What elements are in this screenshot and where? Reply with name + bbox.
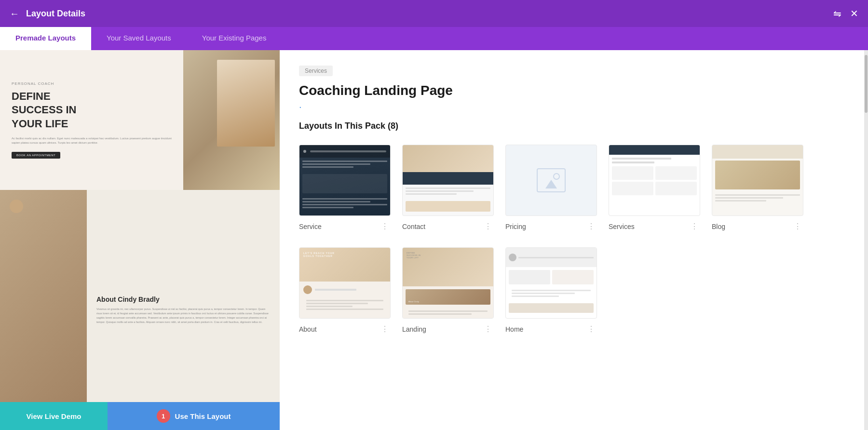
layouts-row-2: LET'S REACH YOURGOALS TOGETHER [299,247,845,335]
layout-label-row-landing: Landing ⋮ [402,323,494,335]
layout-card-service[interactable]: Service ⋮ [299,145,391,232]
preview-right-image [183,50,280,190]
tab-premade[interactable]: Premade Layouts [0,27,91,50]
layout-card-pricing[interactable]: Pricing ⋮ [505,145,597,232]
layout-label-pricing: Pricing [505,223,526,230]
layout-label-service: Service [299,223,322,230]
preview-about-body: Vivamus sit gravida mi, nec ullamcorper … [96,307,270,324]
layout-card-blog[interactable]: Blog ⋮ [712,145,803,232]
view-demo-button[interactable]: View Live Demo [0,402,108,430]
preview-small-label: PERSONAL COACH [12,81,172,86]
tab-existing[interactable]: Your Existing Pages [187,27,282,50]
layout-card-services[interactable]: Services ⋮ [609,145,700,232]
layout-more-contact[interactable]: ⋮ [482,221,494,232]
layout-label-row-service: Service ⋮ [299,221,391,232]
left-panel-preview: PERSONAL COACH DEFINESUCCESS INYOUR LIFE… [0,50,280,430]
left-panel-buttons: View Live Demo 1 Use This Layout [0,402,280,430]
layout-label-contact: Contact [402,223,425,230]
scrollbar-thumb[interactable] [865,55,868,113]
preview-headline: DEFINESUCCESS INYOUR LIFE [12,90,172,131]
layout-label-row-services: Services ⋮ [609,221,700,232]
layout-thumb-blog [712,145,803,216]
layout-more-blog[interactable]: ⋮ [792,221,803,232]
preview-about-name: About Cindy Bradly [96,296,270,303]
scrollbar-track[interactable] [864,50,868,430]
layout-thumb-landing: DEFINESUCCESS INYOUR LIFT About Cindy [402,247,494,319]
category-badge: Services [299,66,333,76]
layout-thumb-service [299,145,391,216]
layout-label-row-contact: Contact ⋮ [402,221,494,232]
use-layout-badge: 1 [157,409,170,423]
page-preview: PERSONAL COACH DEFINESUCCESS INYOUR LIFE… [0,50,280,430]
layout-label-home: Home [505,325,523,333]
preview-bottom-section: About Cindy Bradly Vivamus sit gravida m… [0,190,280,430]
layout-label-row-blog: Blog ⋮ [712,221,803,232]
layout-label-row-home: Home ⋮ [505,323,597,335]
preview-top-section: PERSONAL COACH DEFINESUCCESS INYOUR LIFE… [0,50,280,190]
layout-thumb-about: LET'S REACH YOURGOALS TOGETHER [299,247,391,319]
layout-card-home[interactable]: Home ⋮ [505,247,597,335]
use-layout-button[interactable]: 1 Use This Layout [108,402,280,430]
right-panel: Services Coaching Landing Page · Layouts… [280,50,864,430]
layout-card-about[interactable]: LET'S REACH YOURGOALS TOGETHER [299,247,391,335]
settings-icon[interactable]: ⇋ [833,8,841,19]
header-title: Layout Details [26,9,833,19]
layout-label-services: Services [609,223,635,230]
layout-label-row-pricing: Pricing ⋮ [505,221,597,232]
layouts-count-title: Layouts In This Pack (8) [299,121,845,131]
preview-about-text: About Cindy Bradly Vivamus sit gravida m… [87,190,280,430]
layout-card-landing[interactable]: DEFINESUCCESS INYOUR LIFT About Cindy [402,247,494,335]
layout-thumb-home [505,247,597,319]
preview-body-text: Ac facilisi morbi quis ac dis nullam. Eg… [12,136,172,145]
header-icons: ⇋ ✕ [833,8,858,19]
tabs-bar: Premade Layouts Your Saved Layouts Your … [0,27,868,50]
layouts-grid: Service ⋮ [299,145,845,335]
layout-label-row-about: About ⋮ [299,323,391,335]
layout-more-home[interactable]: ⋮ [585,323,597,335]
layout-card-contact[interactable]: Contact ⋮ [402,145,494,232]
layouts-row-1: Service ⋮ [299,145,845,232]
preview-about-image [0,190,87,430]
preview-avatar [10,200,23,213]
page-title: Coaching Landing Page [299,83,845,98]
layout-thumb-contact [402,145,494,216]
preview-text-area: PERSONAL COACH DEFINESUCCESS INYOUR LIFE… [0,50,183,190]
placeholder-icon-pricing [537,168,566,192]
layout-more-landing[interactable]: ⋮ [482,323,494,335]
preview-cta-button: BOOK AN APPOINTMENT [12,152,60,159]
main-content: PERSONAL COACH DEFINESUCCESS INYOUR LIFE… [0,50,868,430]
page-dot: · [299,101,845,112]
tab-saved[interactable]: Your Saved Layouts [91,27,187,50]
layout-label-blog: Blog [712,223,725,230]
layout-more-service[interactable]: ⋮ [379,221,391,232]
header: ← Layout Details ⇋ ✕ [0,0,868,27]
back-icon[interactable]: ← [10,8,19,19]
layout-more-services[interactable]: ⋮ [689,221,700,232]
layout-thumb-pricing [505,145,597,216]
layout-thumb-services [609,145,700,216]
layout-label-about: About [299,325,317,333]
close-icon[interactable]: ✕ [850,8,858,19]
layout-more-about[interactable]: ⋮ [379,323,391,335]
layout-label-landing: Landing [402,325,426,333]
layout-more-pricing[interactable]: ⋮ [585,221,597,232]
